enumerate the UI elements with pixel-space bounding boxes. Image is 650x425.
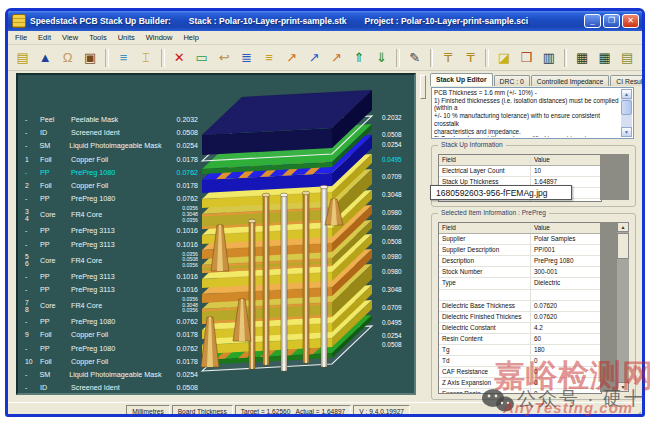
field-cell: Dielectric Base Thickness — [439, 301, 531, 311]
menu-item-window[interactable]: Window — [146, 33, 173, 42]
layer-type: PP — [40, 168, 71, 177]
report-icon[interactable]: ▤ — [616, 46, 637, 69]
tab-drc-0[interactable]: DRC : 0 — [494, 75, 530, 86]
menu-item-view[interactable]: View — [62, 33, 78, 42]
scroll-thumb[interactable] — [621, 100, 632, 115]
layer-type: Peel — [40, 115, 71, 124]
material-library-icon[interactable]: Ω — [57, 46, 78, 69]
layer-number: - — [22, 371, 39, 378]
field-cell: Td — [439, 356, 531, 366]
paste-below-icon[interactable]: ↗ — [326, 46, 347, 69]
value-cell: 0 — [531, 356, 601, 366]
resize-grip[interactable]: ◢ — [634, 409, 641, 417]
move-down-icon[interactable]: ⇓ — [371, 46, 392, 69]
layer-description: PrePreg 1080 — [71, 194, 160, 203]
crosstalk-chart-icon[interactable]: ▦ — [594, 46, 615, 69]
layer-description: PrePreg 1080 — [71, 168, 160, 177]
paste-above-icon[interactable]: ↗ — [281, 46, 302, 69]
menu-item-help[interactable]: Help — [183, 33, 198, 42]
finished-thickness-label: 0.0254 — [382, 141, 402, 148]
layer-number: - — [22, 273, 40, 280]
notes-box[interactable]: PCB Thickness = 1.6 mm (+/- 10%) - 1) Fi… — [431, 87, 634, 139]
table-header-row: FieldValue — [439, 155, 601, 166]
scroll-thumb[interactable] — [617, 233, 629, 259]
layer-description: Copper Foil — [71, 357, 160, 366]
layer-number: 2 — [22, 182, 40, 189]
layer-description: PrePreg 3113 — [71, 272, 160, 281]
actual-label: Actual = — [296, 408, 320, 415]
library-book-icon[interactable]: ▥ — [538, 46, 559, 69]
finished-thickness-label: 0.0508 — [382, 238, 402, 245]
scroll-down-icon[interactable]: ▼ — [617, 382, 629, 392]
close-button[interactable]: ✕ — [622, 14, 639, 28]
stack-compare-icon[interactable]: ≣ — [236, 46, 257, 69]
layer-type: PP — [40, 194, 71, 203]
assign-material-icon[interactable]: ✎ — [404, 46, 425, 69]
scroll-up-icon[interactable]: ▲ — [617, 222, 629, 232]
stack-edit-icon[interactable]: ≡ — [258, 46, 279, 69]
layer-type: ID — [40, 383, 71, 392]
tab-ci-results[interactable]: CI Results — [610, 75, 645, 86]
table-row: CAF Resistance0 — [439, 367, 601, 378]
move-up-icon[interactable]: ⇑ — [348, 46, 369, 69]
impedance-chart-icon[interactable]: ▦ — [571, 46, 592, 69]
tooltip: 1680592603-956-fFEMAg.jpg — [430, 185, 572, 200]
drill-pair-icon[interactable]: ₸ — [437, 46, 458, 69]
scroll-down-icon[interactable]: ▼ — [621, 127, 632, 137]
menu-item-edit[interactable]: Edit — [38, 33, 51, 42]
tab-stack-up-editor[interactable]: Stack Up Editor — [430, 73, 493, 86]
layer-description: PrePreg 3113 — [71, 226, 160, 235]
view-3d-icon[interactable]: ❒ — [516, 46, 537, 69]
value-cell: 10 — [531, 166, 601, 176]
menu-item-units[interactable]: Units — [118, 33, 135, 42]
layer-number: 10 — [22, 358, 40, 365]
finished-thickness-label: 0.0254 — [382, 332, 402, 339]
group-selected-info: Selected Item Information : PrePreg Fiel… — [431, 213, 636, 400]
layer-description: Liquid Photoimageable Mask — [69, 141, 161, 150]
main-area: -PeelPeelable Mask0.2032-IDScreened Iden… — [8, 71, 642, 402]
wizard-icon[interactable]: ▲ — [34, 46, 55, 69]
layer-number: 34 — [22, 208, 40, 222]
scroll-up-icon[interactable]: ▲ — [621, 89, 632, 99]
toolbar-separator — [396, 49, 400, 67]
menu-item-file[interactable]: File — [15, 33, 27, 42]
finished-thickness-label: 0.0508 — [382, 131, 402, 138]
value-cell: PP/001 — [531, 245, 601, 255]
frame-view-icon[interactable]: ▣ — [79, 46, 100, 69]
value-cell: 4.2 — [531, 323, 601, 333]
layer-type: Foil — [40, 330, 71, 339]
app-title: Speedstack PCB Stack Up Builder: — [30, 16, 171, 26]
tab-controlled-impedance[interactable]: Controlled Impedance — [531, 75, 610, 86]
add-layer-icon[interactable]: ≡ — [113, 46, 134, 69]
stack3d-view[interactable]: 0.20320.05080.02540.04950.07090.30480.09… — [166, 75, 414, 395]
layer-number: - — [22, 169, 40, 176]
column-header: Value — [531, 223, 601, 233]
new-stackup-icon[interactable]: ▤ — [12, 46, 33, 69]
swap-layers-icon[interactable]: ▭ — [191, 46, 212, 69]
menu-item-tools[interactable]: Tools — [89, 33, 107, 42]
panel-splitter[interactable] — [418, 71, 427, 402]
layer-description: Copper Foil — [71, 181, 160, 190]
stackup-canvas[interactable]: -PeelPeelable Mask0.2032-IDScreened Iden… — [16, 73, 416, 395]
layer-description: Copper Foil — [71, 155, 160, 164]
finished-thickness-label: 0.0980 — [382, 209, 402, 216]
maximize-button[interactable]: ❐ — [603, 14, 620, 28]
delete-icon[interactable]: ✕ — [169, 46, 190, 69]
table-row: Td0 — [439, 356, 601, 367]
notes-scrollbar[interactable]: ▲ ▼ — [621, 89, 632, 137]
add-drill-icon[interactable]: ⌶ — [135, 46, 156, 69]
tab-bar: Stack Up EditorDRC : 0Controlled Impedan… — [428, 72, 645, 86]
back-drill-icon[interactable]: ₸ — [460, 46, 481, 69]
field-cell: Excess Resin — [439, 389, 531, 394]
value-cell: PrePreg 1080 — [531, 256, 601, 266]
title-bar[interactable]: Speedstack PCB Stack Up Builder: Stack :… — [8, 11, 642, 31]
splitter-grip[interactable] — [420, 75, 426, 99]
minimize-button[interactable]: _ — [584, 14, 601, 28]
selected-info-scrollbar[interactable]: ▲ ▼ — [617, 222, 629, 392]
column-header: Value — [531, 155, 601, 165]
eraser-icon[interactable]: ◪ — [493, 46, 514, 69]
value-cell: 0.07620 — [531, 301, 601, 311]
value-cell: 0 — [531, 389, 601, 394]
insert-layer-icon[interactable]: ↩ — [213, 46, 234, 69]
copy-layer-icon[interactable]: ↗ — [303, 46, 324, 69]
